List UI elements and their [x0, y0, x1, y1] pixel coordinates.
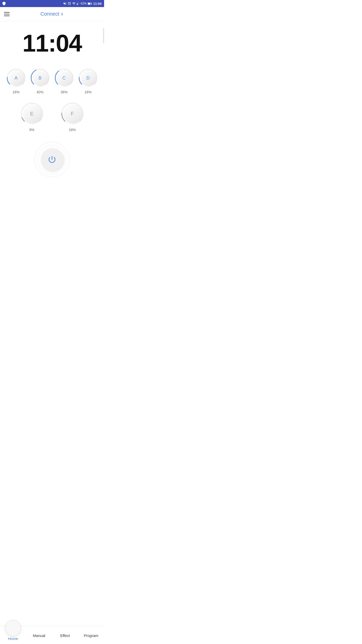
knob-inner-a: A — [9, 71, 23, 85]
clock-section: 11:04 — [4, 21, 100, 68]
knob-letter-c: C — [62, 75, 66, 81]
knob-inner-d: D — [81, 71, 95, 85]
chevron-down-icon: ∨ — [61, 12, 64, 16]
power-inner-button[interactable] — [41, 148, 63, 171]
status-bar-right: 62% 11:04 — [63, 2, 102, 6]
knob-letter-b: B — [38, 75, 41, 81]
svg-rect-5 — [88, 3, 90, 4]
knob-wrapper-a: A — [6, 68, 26, 88]
status-time: 11:04 — [93, 2, 102, 6]
channel-knobs-row2: E9%F18% — [4, 102, 100, 132]
svg-rect-2 — [78, 4, 78, 5]
knob-wrapper-c: C — [54, 68, 74, 88]
svg-rect-4 — [92, 3, 92, 4]
alarm-icon — [68, 2, 71, 5]
status-bar-left — [2, 2, 6, 6]
menu-button[interactable] — [4, 12, 10, 16]
power-icon — [48, 155, 57, 164]
knob-wrapper-f: F — [60, 102, 84, 126]
battery-percent: 62% — [81, 2, 87, 5]
channel-knobs-row1: A18%B40%C36%D18% — [4, 68, 100, 94]
channel-knob-b[interactable]: B40% — [30, 68, 50, 94]
scroll-hint — [103, 28, 104, 43]
channel-knob-f[interactable]: F18% — [60, 102, 84, 132]
knob-wrapper-e: E — [20, 102, 44, 126]
knob-inner-f: F — [64, 105, 81, 123]
top-bar: Connect ∨ — [0, 7, 104, 21]
mute-icon — [63, 2, 67, 5]
main-content: 11:04 A18%B40%C36%D18% E9%F18% — [0, 21, 104, 202]
knob-wrapper-d: D — [78, 68, 98, 88]
channel-knob-c[interactable]: C36% — [54, 68, 74, 94]
power-section — [4, 142, 100, 177]
connect-button[interactable]: Connect ∨ — [40, 11, 64, 17]
knob-inner-e: E — [23, 105, 41, 123]
status-bar: 62% 11:04 — [0, 0, 104, 7]
clock-display: 11:04 — [4, 31, 100, 55]
knob-inner-c: C — [57, 71, 71, 85]
shield-icon — [2, 2, 6, 6]
knob-wrapper-b: B — [30, 68, 50, 88]
svg-rect-0 — [77, 4, 77, 5]
svg-rect-1 — [77, 4, 78, 5]
knob-letter-f: F — [71, 111, 74, 117]
connect-label: Connect — [40, 11, 59, 17]
knob-letter-a: A — [15, 75, 18, 81]
channel-knob-e[interactable]: E9% — [20, 102, 44, 132]
power-button-wrapper[interactable] — [34, 142, 70, 177]
channel-knob-a[interactable]: A18% — [6, 68, 26, 94]
knob-letter-d: D — [86, 75, 90, 81]
knob-inner-b: B — [33, 71, 47, 85]
wifi-icon — [72, 2, 76, 5]
channel-knob-d[interactable]: D18% — [78, 68, 98, 94]
knob-letter-e: E — [30, 111, 33, 117]
signal-icon — [77, 2, 80, 5]
battery-icon — [88, 2, 92, 5]
